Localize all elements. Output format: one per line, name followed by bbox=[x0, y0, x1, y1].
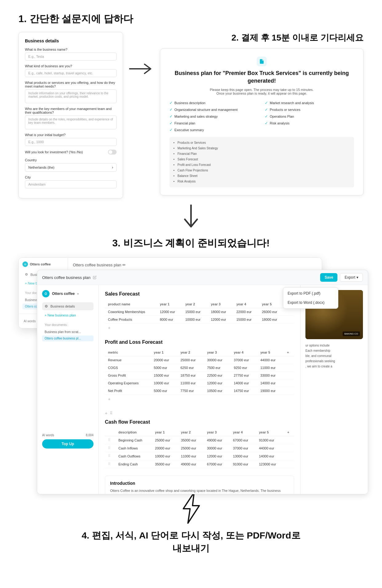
field-input-city[interactable]: Amsterdam bbox=[25, 180, 117, 188]
business-form: Business details What is the business na… bbox=[18, 32, 123, 198]
field-label-investment: Will you look for investment? (Yes /No) bbox=[25, 150, 83, 154]
pl-row-add bbox=[284, 356, 294, 364]
check-label-9: Executive summary bbox=[174, 128, 204, 132]
ai-words-row: AI words 8,004 bbox=[42, 433, 94, 437]
back-gear-icon: ⚙ bbox=[25, 272, 28, 276]
sales-cell-0: Coworking Memberships bbox=[105, 308, 157, 316]
sales-table-body: Coworking Memberships12000 eur15000 eur1… bbox=[105, 308, 294, 323]
export-chevron-icon: ▾ bbox=[356, 275, 358, 280]
profit-loss-table: metric year 1 year 2 year 3 year 4 year … bbox=[105, 349, 294, 395]
save-button[interactable]: Save bbox=[320, 273, 337, 282]
cf-col-desc: description bbox=[115, 429, 152, 436]
form-field-name: What is the business name? E.g., Tesla bbox=[25, 48, 117, 61]
pl-col-add[interactable]: + bbox=[284, 349, 294, 356]
cf-drag-handle[interactable]: ⠿ bbox=[105, 460, 115, 468]
cf-drag-handle[interactable]: ⠿ bbox=[105, 436, 115, 444]
edit-pen-icon bbox=[93, 276, 97, 279]
step1-row: Business details What is the business na… bbox=[18, 32, 364, 198]
check-org: ✓ Organizational structure and managemen… bbox=[169, 108, 259, 112]
pl-header-row: metric year 1 year 2 year 3 year 4 year … bbox=[105, 349, 294, 356]
front-screenshot: Otters coffee business plan Save Export … bbox=[37, 270, 368, 494]
export-pdf-option[interactable]: Export to PDF (.pdf) bbox=[283, 289, 338, 298]
cf-drag-handle[interactable]: ⠿ bbox=[105, 444, 115, 452]
form-field-team: Who are the key members of your manageme… bbox=[25, 107, 117, 129]
back-brand: O Otters coffee bbox=[22, 261, 64, 267]
intro-text: Otters Coffee is an innovative coffee sh… bbox=[110, 488, 289, 494]
pl-cell-0: Operating Expenses bbox=[105, 379, 151, 387]
table-row: Coworking Memberships12000 eur15000 eur1… bbox=[105, 308, 294, 316]
cf-col-add[interactable]: + bbox=[284, 429, 294, 436]
sales-table-header-row: product name year 1 year 2 year 3 year 4… bbox=[105, 300, 294, 308]
cf-cell-5: 123000 eur bbox=[256, 460, 284, 468]
table-row: ⠿Cash Outflows10000 eur11000 eur12000 eu… bbox=[105, 452, 294, 460]
pl-row-add bbox=[284, 372, 294, 379]
ai-words-label: AI words bbox=[42, 433, 54, 437]
cashflow-add-icon[interactable]: + bbox=[105, 411, 107, 416]
sales-cell-2: 10000 eur bbox=[182, 316, 208, 323]
field-input-kind[interactable]: E.g., cafe, hotel, startup, travel agenc… bbox=[25, 69, 117, 77]
cf-cell-1: 35000 eur bbox=[152, 460, 178, 468]
cf-col-y3: year 3 bbox=[204, 429, 230, 436]
cf-cell-2: 11000 eur bbox=[178, 452, 204, 460]
pl-add-row[interactable]: + bbox=[105, 395, 294, 403]
sidebar-new-plan[interactable]: + New business plan bbox=[42, 312, 94, 319]
field-label-products: What products or services are you offeri… bbox=[25, 81, 117, 88]
pl-cell-5: 33000 eur bbox=[257, 372, 284, 379]
sidebar-doc-otters[interactable]: Otters coffee business pl... bbox=[42, 335, 94, 341]
cf-cell-2: 35000 eur bbox=[178, 436, 204, 444]
sales-cell-4: 22000 eur bbox=[233, 308, 259, 316]
step2-panel: Business plan for "Premier Box Truck Ser… bbox=[160, 49, 364, 195]
preview-item-8: Risk Analysis bbox=[177, 179, 351, 184]
check-label-4: Products or services bbox=[270, 108, 300, 112]
cf-row-add bbox=[284, 460, 294, 468]
pl-col-y5: year 5 bbox=[257, 349, 284, 356]
cf-table-body: ⠿Beginning Cash25000 eur35000 eur49000 e… bbox=[105, 436, 294, 468]
sales-col-y3: year 3 bbox=[208, 300, 233, 308]
profit-loss-section: Profit and Loss Forecast metric year 1 y… bbox=[105, 339, 294, 403]
check-marketing: ✓ Marketing and sales strategy bbox=[169, 114, 259, 119]
field-input-name[interactable]: E.g., Tesla bbox=[25, 53, 117, 61]
country-select[interactable]: Netherlands (the) › bbox=[25, 163, 117, 172]
preview-item-6: Cash Flow Projections bbox=[177, 168, 351, 173]
cashflow-table: description year 1 year 2 year 3 year 4 … bbox=[105, 429, 294, 468]
cashflow-title: Cash flow Forecast bbox=[105, 419, 294, 425]
field-textarea-products[interactable]: Include information on your offerings, t… bbox=[25, 89, 117, 103]
cf-cell-1: 25000 eur bbox=[152, 436, 178, 444]
sidebar-doc-scratch[interactable]: Business plan from scrat... bbox=[42, 329, 94, 335]
preview-item-2: Marketing And Sales Strategy bbox=[177, 146, 351, 151]
cf-col-y4: year 4 bbox=[230, 429, 256, 436]
sales-add-row[interactable]: + bbox=[105, 323, 294, 332]
check-label-3: Organizational structure and management bbox=[174, 108, 237, 112]
sidebar-item-business-details[interactable]: ⚙ Business details bbox=[42, 302, 94, 310]
sales-col-y5: year 5 bbox=[259, 300, 284, 308]
app-topbar: Otters coffee business plan Save Export … bbox=[37, 270, 368, 285]
sales-col-y1: year 1 bbox=[157, 300, 182, 308]
pl-cell-5: 44000 eur bbox=[257, 356, 284, 364]
brand-avatar: O bbox=[42, 290, 50, 297]
cf-cell-5: 44000 eur bbox=[256, 444, 284, 452]
field-textarea-team[interactable]: Include details on the roles, responsibi… bbox=[25, 116, 117, 129]
pl-cell-0: Net Profit bbox=[105, 387, 151, 395]
field-input-budget[interactable]: E.g., 1000 bbox=[25, 138, 117, 146]
top-up-button[interactable]: Top Up bbox=[42, 439, 94, 449]
preview-item-1: Products or Services bbox=[177, 140, 351, 146]
pl-cell-5: 19000 eur bbox=[257, 387, 284, 395]
cf-cell-3: 12000 eur bbox=[204, 452, 230, 460]
cf-drag-handle[interactable]: ⠿ bbox=[105, 452, 115, 460]
cf-cell-4: 13000 eur bbox=[230, 452, 256, 460]
cf-drag-col bbox=[105, 429, 115, 436]
pl-cell-5: 11000 eur bbox=[257, 364, 284, 372]
export-button[interactable]: Export ▾ bbox=[340, 273, 363, 282]
sales-forecast-title: Sales Forecast bbox=[105, 291, 294, 297]
back-doc-title: Otters coffee business plan ✏ bbox=[73, 263, 317, 267]
cf-cell-2: 25000 eur bbox=[178, 444, 204, 452]
cf-col-y1: year 1 bbox=[152, 429, 178, 436]
investment-toggle[interactable] bbox=[108, 150, 117, 155]
cashflow-reorder-icon[interactable]: ⠿ bbox=[110, 411, 113, 415]
pl-cell-1: 5000 eur bbox=[151, 364, 177, 372]
step2-preview: Products or Services Marketing And Sales… bbox=[169, 137, 354, 187]
export-wrapper: Export ▾ Export to PDF (.pdf) Export to … bbox=[340, 273, 363, 282]
export-word-option[interactable]: Export to Word (.docx) bbox=[283, 298, 338, 307]
brand-chevron-icon: ▾ bbox=[77, 292, 79, 296]
step4-section: 4. 편집, 서식, AI 단어로 다시 작성, 또는 PDF/Word로 내보… bbox=[18, 491, 364, 555]
